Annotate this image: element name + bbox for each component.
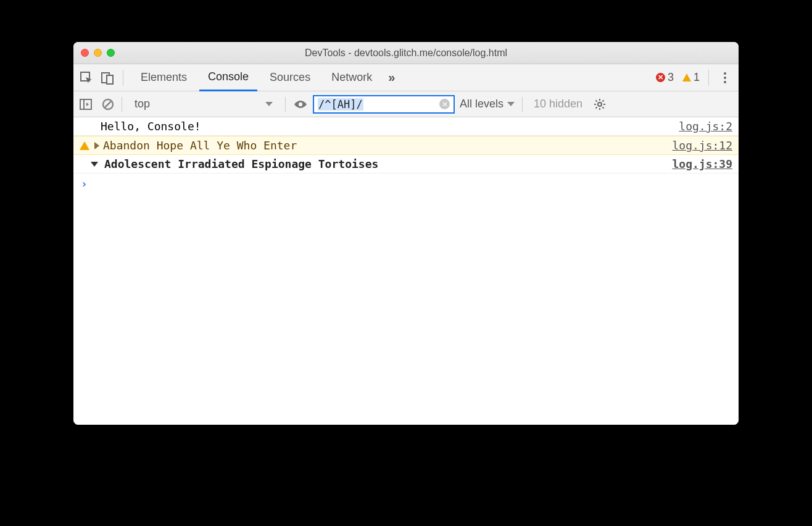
- kebab-menu-icon[interactable]: [718, 72, 732, 83]
- log-row-group[interactable]: Adolescent Irradiated Espionage Tortoise…: [73, 155, 739, 173]
- console-settings-icon[interactable]: [591, 98, 608, 111]
- console-output: Hello, Console! log.js:2 Abandon Hope Al…: [73, 117, 739, 425]
- tab-network[interactable]: Network: [323, 64, 381, 91]
- log-message: Abandon Hope All Ye Who Enter: [103, 139, 297, 152]
- svg-line-15: [596, 107, 597, 108]
- show-console-sidebar-icon[interactable]: [80, 99, 92, 110]
- svg-line-6: [105, 101, 111, 107]
- error-count[interactable]: ✕ 3: [656, 71, 674, 84]
- clear-filter-icon[interactable]: ✕: [439, 99, 450, 109]
- svg-line-16: [603, 100, 604, 101]
- svg-point-8: [598, 102, 602, 106]
- log-source-link[interactable]: log.js:12: [672, 139, 732, 152]
- tab-sources[interactable]: Sources: [261, 64, 319, 91]
- titlebar: DevTools - devtools.glitch.me/console/lo…: [73, 42, 739, 64]
- svg-rect-3: [80, 99, 91, 109]
- log-message: Hello, Console!: [101, 120, 201, 133]
- filter-input[interactable]: /^[AH]/ ✕: [313, 95, 455, 114]
- live-expression-icon[interactable]: [293, 99, 308, 109]
- log-source-link[interactable]: log.js:2: [679, 120, 732, 133]
- svg-line-14: [603, 107, 604, 108]
- console-prompt[interactable]: ›: [73, 173, 739, 194]
- warning-icon: [682, 73, 691, 81]
- warning-count[interactable]: 1: [682, 71, 700, 84]
- chevron-down-icon: [265, 102, 273, 106]
- clear-console-icon[interactable]: [102, 98, 114, 111]
- collapse-icon[interactable]: [91, 162, 98, 167]
- hidden-messages-count[interactable]: 10 hidden: [534, 98, 582, 111]
- tab-elements[interactable]: Elements: [132, 64, 196, 91]
- devtools-window: DevTools - devtools.glitch.me/console/lo…: [73, 42, 739, 425]
- log-source-link[interactable]: log.js:39: [672, 157, 732, 170]
- levels-label: All levels: [460, 98, 503, 111]
- more-tabs-icon[interactable]: »: [384, 70, 396, 85]
- console-toolbar: top /^[AH]/ ✕ All levels 10 hidden: [73, 91, 739, 117]
- svg-rect-4: [80, 99, 84, 109]
- log-row[interactable]: Hello, Console! log.js:2: [73, 117, 739, 136]
- context-value: top: [135, 98, 150, 111]
- expand-icon[interactable]: [94, 142, 99, 149]
- warning-icon: [80, 141, 89, 150]
- tab-console[interactable]: Console: [199, 65, 257, 91]
- execution-context-select[interactable]: top: [130, 96, 278, 113]
- log-levels-select[interactable]: All levels: [460, 98, 515, 111]
- svg-rect-2: [107, 75, 113, 84]
- log-message: Adolescent Irradiated Espionage Tortoise…: [104, 157, 378, 170]
- window-title: DevTools - devtools.glitch.me/console/lo…: [73, 48, 739, 59]
- main-tabbar: Elements Console Sources Network » ✕ 3 1: [73, 64, 739, 91]
- error-icon: ✕: [656, 73, 665, 82]
- device-toolbar-icon[interactable]: [101, 71, 114, 85]
- error-count-value: 3: [668, 71, 674, 84]
- warning-count-value: 1: [694, 71, 700, 84]
- chevron-down-icon: [507, 102, 515, 106]
- inspect-element-icon[interactable]: [80, 71, 93, 85]
- log-row-warning[interactable]: Abandon Hope All Ye Who Enter log.js:12: [73, 136, 739, 155]
- svg-line-13: [596, 100, 597, 101]
- filter-text: /^[AH]/: [318, 98, 363, 111]
- svg-point-7: [299, 102, 302, 106]
